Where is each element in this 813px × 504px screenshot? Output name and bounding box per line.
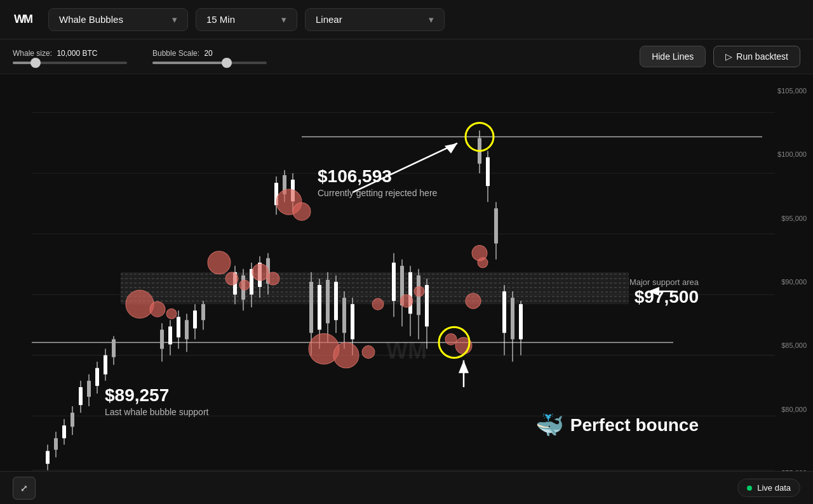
svg-rect-44 <box>193 310 197 328</box>
scale-label: Linear <box>316 14 342 25</box>
bubble-scale-control: Bubble Scale: 20 <box>152 49 267 64</box>
svg-rect-36 <box>160 329 164 348</box>
svg-rect-28 <box>87 381 91 397</box>
svg-point-109 <box>362 346 375 359</box>
indicator-dropdown[interactable]: Whale Bubbles ▾ <box>48 8 188 31</box>
svg-rect-90 <box>494 208 498 243</box>
svg-point-106 <box>267 272 279 285</box>
timeframe-label: 15 Min <box>206 14 235 25</box>
svg-point-100 <box>208 251 231 274</box>
whale-size-control: Whale size: 10,000 BTC <box>13 49 127 64</box>
svg-point-108 <box>333 343 359 368</box>
svg-text:WM: WM <box>386 338 427 364</box>
svg-rect-94 <box>511 298 514 339</box>
controls-row: Whale size: 10,000 BTC Bubble Scale: 20 … <box>0 39 813 74</box>
svg-rect-20 <box>54 438 58 449</box>
expand-button[interactable]: ⤢ <box>13 477 36 500</box>
svg-rect-42 <box>185 320 189 339</box>
whale-size-slider[interactable] <box>13 62 127 64</box>
live-data-badge: Live data <box>737 479 800 497</box>
svg-rect-32 <box>104 355 107 375</box>
whale-size-thumb[interactable] <box>30 58 41 68</box>
logo: WM <box>10 7 36 32</box>
svg-rect-88 <box>486 157 490 186</box>
chevron-down-icon: ▾ <box>429 14 434 25</box>
svg-rect-68 <box>326 280 330 323</box>
svg-point-98 <box>150 302 165 317</box>
svg-rect-76 <box>392 263 396 301</box>
chevron-down-icon: ▾ <box>172 14 177 25</box>
svg-rect-64 <box>309 282 313 333</box>
svg-point-111 <box>400 295 413 307</box>
bubble-scale-thumb[interactable] <box>222 58 232 68</box>
svg-rect-80 <box>408 272 412 314</box>
bottom-bar: ⤢ Live data <box>0 471 813 504</box>
live-dot <box>747 486 752 491</box>
svg-point-104 <box>293 202 311 220</box>
svg-line-120 <box>353 143 457 192</box>
live-data-label: Live data <box>757 483 791 493</box>
hide-lines-button[interactable]: Hide Lines <box>640 46 706 67</box>
controls-right: Hide Lines ▷ Run backtest <box>640 46 800 67</box>
svg-rect-92 <box>502 291 506 333</box>
expand-icon: ⤢ <box>20 483 28 493</box>
chart-svg: WM <box>0 74 813 502</box>
svg-point-101 <box>225 272 238 285</box>
svg-rect-18 <box>46 451 50 464</box>
svg-point-115 <box>445 333 457 345</box>
svg-point-113 <box>466 293 481 308</box>
whale-size-label: Whale size: 10,000 BTC <box>13 49 127 58</box>
timeframe-dropdown[interactable]: 15 Min ▾ <box>196 8 297 31</box>
svg-point-99 <box>166 308 177 319</box>
svg-rect-38 <box>168 326 172 344</box>
chart-area: WM $105,000 $100,000 $95,000 $90,000 $85… <box>0 74 813 502</box>
bubble-scale-slider[interactable] <box>152 62 267 64</box>
svg-point-102 <box>239 280 250 290</box>
svg-rect-34 <box>112 339 116 357</box>
svg-rect-22 <box>62 425 66 438</box>
topbar: WM Whale Bubbles ▾ 15 Min ▾ Linear ▾ <box>0 0 813 39</box>
scale-dropdown[interactable]: Linear ▾ <box>305 8 445 31</box>
svg-rect-84 <box>425 285 429 326</box>
svg-marker-123 <box>459 361 469 373</box>
svg-rect-24 <box>71 413 74 427</box>
bubble-scale-fill <box>152 62 227 64</box>
svg-rect-26 <box>79 387 83 405</box>
indicator-label: Whale Bubbles <box>59 14 123 25</box>
svg-point-97 <box>126 290 154 318</box>
svg-point-117 <box>472 246 487 261</box>
svg-rect-72 <box>342 298 346 333</box>
play-icon: ▷ <box>725 51 732 62</box>
bubble-scale-label: Bubble Scale: 20 <box>152 49 267 58</box>
run-backtest-button[interactable]: ▷ Run backtest <box>713 46 800 67</box>
svg-rect-40 <box>177 317 180 337</box>
svg-rect-46 <box>201 304 205 320</box>
svg-point-110 <box>372 298 384 310</box>
svg-point-112 <box>414 286 424 296</box>
svg-rect-30 <box>95 368 99 386</box>
svg-rect-74 <box>351 304 354 339</box>
svg-rect-96 <box>519 304 523 339</box>
svg-rect-70 <box>334 282 338 320</box>
svg-rect-66 <box>318 285 321 329</box>
svg-point-105 <box>252 264 269 281</box>
chevron-down-icon: ▾ <box>281 14 286 25</box>
